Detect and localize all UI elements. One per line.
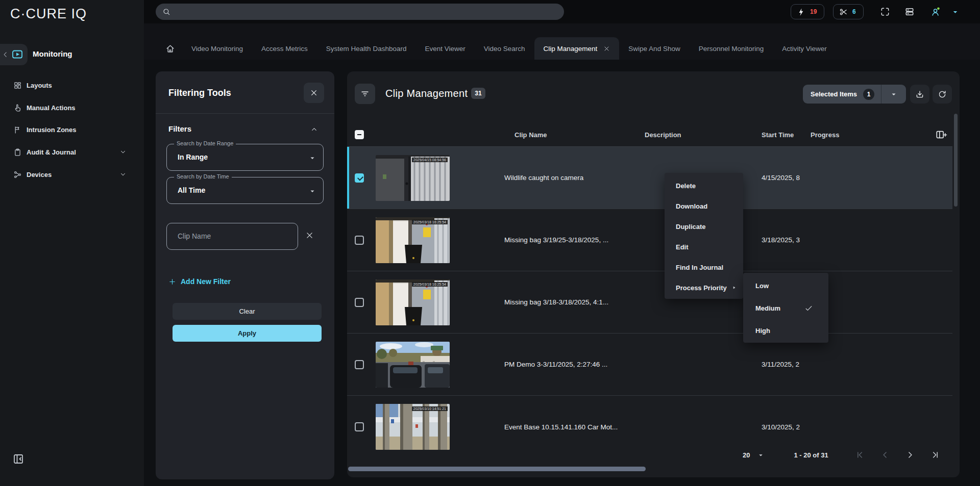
table-row[interactable]: 2025/03/18 16:25:54 Missing bag 3/18-3/1… — [347, 271, 952, 334]
menu-item-delete[interactable]: Delete — [665, 175, 743, 196]
row-checkbox[interactable] — [355, 298, 364, 307]
tab-access-metrics[interactable]: Access Metrics — [252, 37, 317, 60]
chevron-down-icon[interactable] — [119, 148, 127, 156]
clip-thumbnail: 2025/03/10 14:51:21 — [376, 404, 450, 450]
menu-item-label: Low — [755, 282, 769, 290]
table-row[interactable]: 2025/03/18 16:25:54 Missing bag 3/19/25-… — [347, 209, 952, 271]
vertical-scrollbar[interactable] — [954, 114, 958, 207]
row-checkbox[interactable] — [355, 173, 364, 183]
search-icon — [162, 8, 170, 16]
refresh-button[interactable] — [933, 85, 952, 104]
add-column-icon[interactable] — [935, 129, 947, 140]
table-row[interactable]: 2025/04/15 08:54:56 Wildlife caught on c… — [347, 147, 952, 209]
filters-section-header: Filters — [168, 124, 191, 133]
thumbnail-timestamp: 2025/03/18 16:25:54 — [412, 220, 448, 224]
tab-close-icon[interactable] — [603, 45, 610, 52]
column-header-progress[interactable]: Progress — [811, 131, 839, 139]
sidebar-section-monitoring[interactable]: Monitoring — [0, 44, 144, 65]
submenu-item-low[interactable]: Low — [743, 274, 828, 297]
select-all-checkbox[interactable] — [355, 130, 364, 139]
tab-activity-viewer[interactable]: Activity Viewer — [773, 37, 836, 60]
tab-personnel-monitoring[interactable]: Personnel Monitoring — [690, 37, 773, 60]
sidebar-item-devices[interactable]: Devices — [0, 166, 144, 183]
clip-name-input[interactable] — [178, 223, 290, 249]
submenu-item-high[interactable]: High — [743, 319, 828, 342]
global-search[interactable] — [156, 4, 564, 20]
pagination: 20 1 - 20 of 31 — [740, 446, 952, 464]
priority-submenu: Low Medium High — [743, 273, 828, 343]
user-menu-chevron-icon[interactable] — [951, 8, 959, 16]
clear-button[interactable]: Clear — [173, 303, 322, 320]
funnel-icon — [360, 89, 370, 98]
alerts-button[interactable]: 19 — [791, 4, 824, 19]
sidebar-item-label: Devices — [27, 171, 52, 178]
tab-system-health-dashboard[interactable]: System Health Dashboard — [317, 37, 416, 60]
date-time-select[interactable]: Search by Date Time All Time — [166, 177, 324, 204]
divider — [881, 85, 881, 104]
tab-video-search[interactable]: Video Search — [475, 37, 534, 60]
menu-item-edit[interactable]: Edit — [665, 237, 743, 257]
user-icon[interactable] — [930, 7, 941, 17]
clip-name-cell: Event Base 10.15.141.160 Car Mot... — [504, 423, 645, 431]
sidebar-item-layouts[interactable]: Layouts — [0, 76, 144, 94]
last-page-icon[interactable] — [930, 450, 940, 460]
field-value: In Range — [178, 153, 208, 161]
close-filter-panel-button[interactable] — [304, 83, 324, 103]
horizontal-scrollbar[interactable] — [348, 467, 646, 471]
menu-item-download[interactable]: Download — [665, 196, 743, 216]
home-icon — [165, 44, 175, 54]
clip-count-badge: 31 — [471, 88, 485, 99]
menu-item-find-in-journal[interactable]: Find In Journal — [665, 257, 743, 277]
search-input[interactable] — [170, 8, 564, 16]
tab-clip-management[interactable]: Clip Management — [534, 37, 620, 60]
sidebar-item-manual-actions[interactable]: Manual Actions — [0, 99, 144, 116]
clip-name-cell: Missing bag 3/18-3/18/2025, 4:1... — [504, 298, 645, 306]
clip-name-field[interactable] — [166, 223, 298, 250]
row-checkbox[interactable] — [355, 236, 364, 245]
tab-home[interactable] — [158, 37, 182, 60]
sidebar-item-intrusion-zones[interactable]: Intrusion Zones — [0, 121, 144, 138]
start-time-cell: 3/11/2025, 2 — [762, 361, 811, 368]
selected-items-dropdown[interactable]: Selected Items 1 — [803, 85, 906, 104]
chevron-down-icon[interactable] — [119, 171, 127, 178]
collapse-sidebar-icon[interactable] — [12, 453, 24, 465]
menu-item-duplicate[interactable]: Duplicate — [665, 216, 743, 237]
tab-event-viewer[interactable]: Event Viewer — [415, 37, 474, 60]
row-checkbox[interactable] — [355, 360, 364, 369]
clip-thumbnail: 2025/04/15 08:54:56 — [376, 155, 450, 201]
row-checkbox[interactable] — [355, 422, 364, 431]
tab-label: Video Monitoring — [191, 45, 243, 53]
clear-clip-name-icon[interactable] — [305, 231, 314, 240]
lightning-icon — [797, 8, 805, 16]
add-new-filter-button[interactable]: Add New Filter — [168, 277, 231, 286]
column-header-start-time[interactable]: Start Time — [762, 131, 794, 139]
first-page-icon[interactable] — [855, 450, 865, 460]
tab-video-monitoring[interactable]: Video Monitoring — [182, 37, 252, 60]
table-row[interactable]: PM Demo 3-3/11/2025, 2:27:46 ... 3/11/20… — [347, 334, 952, 396]
previous-page-icon[interactable] — [880, 450, 890, 460]
page-size-value[interactable]: 20 — [743, 451, 750, 459]
next-page-icon[interactable] — [905, 450, 915, 460]
table-header-row: Clip Name Description Start Time Progres… — [347, 122, 952, 147]
download-button[interactable] — [910, 85, 929, 104]
clip-name-cell: Wildlife caught on camera — [504, 174, 645, 182]
apply-button[interactable]: Apply — [173, 325, 322, 342]
chevron-up-icon[interactable] — [310, 125, 318, 133]
flag-icon — [13, 125, 22, 134]
column-header-description[interactable]: Description — [645, 131, 681, 139]
clips-button[interactable]: 6 — [833, 4, 864, 19]
sidebar-item-audit-journal[interactable]: Audit & Journal — [0, 143, 144, 161]
clip-thumbnail — [376, 342, 450, 388]
sidebar-section-icon-tab[interactable] — [0, 44, 28, 65]
menu-item-process-priority[interactable]: Process Priority — [665, 277, 743, 298]
column-header-clip-name[interactable]: Clip Name — [504, 131, 547, 139]
tab-swipe-and-show[interactable]: Swipe And Show — [619, 37, 689, 60]
submenu-item-medium[interactable]: Medium — [743, 297, 828, 319]
date-range-select[interactable]: Search by Date Range In Range — [166, 144, 324, 171]
alerts-badge: 19 — [810, 8, 817, 15]
filter-toggle-button[interactable] — [355, 84, 375, 104]
sidebar-collapse-arrow-icon[interactable] — [2, 51, 9, 58]
fullscreen-icon[interactable] — [880, 7, 890, 17]
server-icon[interactable] — [904, 7, 915, 17]
page-size-caret-icon[interactable] — [757, 452, 764, 458]
